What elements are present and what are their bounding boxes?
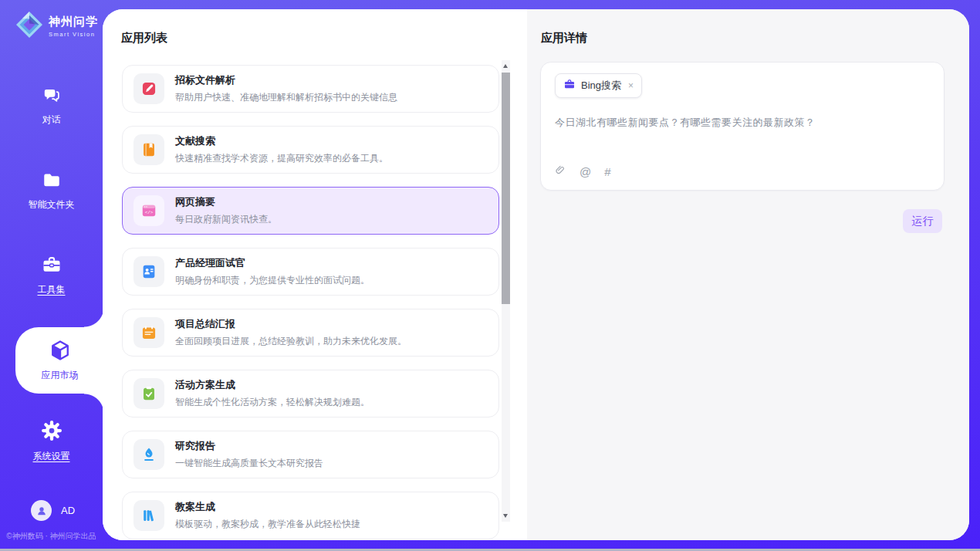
sidebar-item-toolbox[interactable]: 工具集: [0, 254, 103, 296]
run-button[interactable]: 运行: [903, 209, 942, 233]
app-input-card[interactable]: Bing搜索 × 今日湖北有哪些新闻要点？有哪些需要关注的最新政策？ @ #: [540, 62, 945, 191]
bubble-corner: [84, 307, 104, 327]
hash-icon[interactable]: #: [604, 165, 610, 178]
sidebar-item-settings[interactable]: 系统设置: [0, 419, 103, 463]
scroll-up-icon[interactable]: [503, 64, 508, 68]
tool-tag-bing-search[interactable]: Bing搜索 ×: [555, 73, 642, 98]
mention-icon[interactable]: @: [580, 165, 591, 178]
book-icon: [133, 134, 164, 165]
app-card-title: 研究报告: [175, 439, 323, 453]
app-card-title: 产品经理面试官: [175, 256, 370, 270]
app-card-event-plan-generation[interactable]: 活动方案生成 智能生成个性化活动方案，轻松解决规划难题。: [122, 370, 499, 417]
scroll-down-icon[interactable]: [503, 514, 508, 518]
edit-document-icon: [133, 73, 164, 104]
app-card-title: 活动方案生成: [175, 378, 370, 392]
app-card-description: 全面回顾项目进展，总结经验教训，助力未来优化发展。: [175, 335, 407, 348]
app-card-title: 项目总结汇报: [175, 317, 407, 331]
app-list-panel: 应用列表 招标文件解析 帮助用户快速、准确地理解和解析招标书中的关键信息: [103, 9, 527, 540]
diamond-logo-icon: [14, 9, 45, 43]
brand-logo: 神州问学 Smart Vision: [14, 9, 98, 43]
app-detail-title: 应用详情: [541, 31, 587, 46]
query-text[interactable]: 今日湖北有哪些新闻要点？有哪些需要关注的最新政策？: [555, 116, 930, 130]
app-card-lesson-plan-generation[interactable]: 教案生成 模板驱动，教案秒成，教学准备从此轻松快捷: [122, 492, 499, 539]
app-card-project-summary[interactable]: 项目总结汇报 全面回顾项目进展，总结经验教训，助力未来优化发展。: [122, 309, 499, 357]
sidebar: 神州问学 Smart Vision 对话 智能文件夹: [0, 0, 103, 551]
app-card-web-summary[interactable]: </> 网页摘要 每日政府新闻资讯快查。: [122, 187, 499, 235]
remove-tag-icon[interactable]: ×: [628, 80, 634, 91]
app-card-description: 一键智能生成高质量长文本研究报告: [175, 457, 323, 470]
gear-icon: [40, 419, 63, 445]
brand-name: 神州问学: [49, 15, 98, 29]
sidebar-item-label: 应用市场: [42, 369, 79, 382]
clipboard-check-icon: [133, 378, 164, 409]
research-icon: [133, 439, 164, 470]
app-card-title: 招标文件解析: [175, 73, 397, 87]
app-card-description: 每日政府新闻资讯快查。: [175, 213, 277, 226]
app-list-scrollbar[interactable]: [502, 60, 510, 522]
avatar: [31, 500, 52, 521]
main-container: 应用列表 招标文件解析 帮助用户快速、准确地理解和解析招标书中的关键信息: [103, 9, 969, 540]
copyright-footer: ©神州数码 · 神州问学出品: [0, 531, 103, 542]
app-detail-panel: 应用详情 Bing搜索 × 今日湖北有哪些新闻要点？有哪些需要关注的最新政策？: [527, 9, 969, 540]
app-card-pm-interviewer[interactable]: 产品经理面试官 明确身份和职责，为您提供专业性的面试问题。: [122, 248, 499, 296]
sidebar-item-app-market[interactable]: 应用市场: [15, 327, 104, 394]
app-card-description: 快速精准查找学术资源，提高研究效率的必备工具。: [175, 152, 388, 165]
app-card-description: 明确身份和职责，为您提供专业性的面试问题。: [175, 274, 370, 287]
app-card-title: 教案生成: [175, 500, 360, 514]
svg-text:</>: </>: [145, 210, 154, 215]
bubble-corner: [84, 394, 104, 414]
user-initials: AD: [61, 505, 75, 516]
app-card-bid-document-analysis[interactable]: 招标文件解析 帮助用户快速、准确地理解和解析招标书中的关键信息: [122, 65, 499, 113]
app-card-research-report[interactable]: 研究报告 一键智能生成高质量长文本研究报告: [122, 431, 499, 478]
sidebar-item-chat[interactable]: 对话: [0, 86, 103, 127]
calendar-icon: [133, 317, 164, 348]
user-account[interactable]: AD: [31, 500, 75, 521]
sidebar-item-label: 智能文件夹: [29, 198, 75, 211]
input-toolbar: @ #: [555, 164, 611, 180]
books-icon: [133, 500, 164, 531]
app-list-title: 应用列表: [121, 31, 167, 46]
attachment-icon[interactable]: [555, 164, 566, 180]
interview-icon: [133, 256, 164, 287]
app-card-description: 模板驱动，教案秒成，教学准备从此轻松快捷: [175, 518, 360, 531]
scrollbar-thumb[interactable]: [502, 73, 510, 304]
sidebar-item-label: 工具集: [38, 283, 66, 296]
app-card-literature-search[interactable]: 文献搜索 快速精准查找学术资源，提高研究效率的必备工具。: [122, 126, 499, 174]
tool-tag-label: Bing搜索: [581, 79, 621, 93]
sidebar-item-label: 对话: [42, 113, 61, 127]
folder-icon: [41, 171, 63, 194]
chat-icon: [41, 86, 63, 109]
app-card-list: 招标文件解析 帮助用户快速、准确地理解和解析招标书中的关键信息 文献搜索 快速精…: [122, 65, 499, 540]
app-card-title: 文献搜索: [175, 134, 388, 148]
cube-icon: [49, 339, 72, 365]
app-card-description: 智能生成个性化活动方案，轻松解决规划难题。: [175, 396, 370, 409]
app-card-description: 帮助用户快速、准确地理解和解析招标书中的关键信息: [175, 91, 397, 104]
web-page-icon: </>: [133, 195, 164, 226]
briefcase-icon: [563, 78, 576, 93]
sidebar-item-label: 系统设置: [33, 450, 70, 463]
app-card-title: 网页摘要: [175, 195, 277, 209]
sidebar-item-smart-folder[interactable]: 智能文件夹: [0, 171, 103, 211]
brand-subtitle: Smart Vision: [49, 31, 98, 38]
toolbox-icon: [40, 254, 63, 279]
